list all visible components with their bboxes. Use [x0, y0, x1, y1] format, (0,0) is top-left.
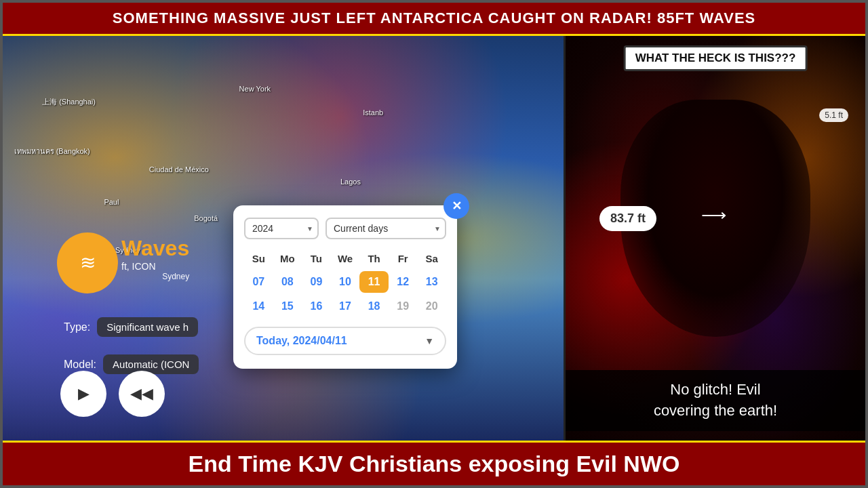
- top-banner: SOMETHING MASSIVE JUST LEFT ANTARCTICA C…: [3, 3, 865, 36]
- waves-subtitle: ft, ICON: [121, 261, 189, 272]
- cal-header-we: We: [331, 250, 360, 267]
- cal-day-10[interactable]: 10: [331, 271, 360, 293]
- bottom-banner-text: End Time KJV Christians exposing Evil NW…: [189, 451, 680, 476]
- bottom-controls: ▶ ◀◀: [60, 371, 165, 417]
- bottom-banner: End Time KJV Christians exposing Evil NW…: [3, 441, 865, 485]
- year-select[interactable]: 2024 2023 2022: [244, 218, 319, 239]
- waves-label-box: Waves ft, ICON Sydney: [121, 236, 189, 281]
- cal-header-sa: Sa: [417, 250, 446, 267]
- calendar-grid: Su Mo Tu We Th Fr Sa 07 08 09 10 1: [244, 250, 446, 317]
- calendar-popup: ✕ 2024 2023 2022 Current days: [233, 205, 457, 369]
- cal-day-11[interactable]: 11: [359, 271, 389, 293]
- days-select-wrapper: Current days Past days Future days: [326, 218, 446, 239]
- waves-button[interactable]: ≋: [57, 232, 118, 293]
- rewind-icon: ◀◀: [130, 385, 153, 403]
- waves-location: Sydney: [121, 272, 189, 281]
- no-glitch-box: No glitch! Evil covering the earth!: [566, 370, 865, 431]
- close-icon: ✕: [452, 199, 462, 214]
- cal-header-su: Su: [244, 250, 273, 267]
- dropdown-arrow-icon: ▼: [425, 336, 434, 346]
- cal-header-th: Th: [359, 250, 389, 267]
- calendar-header-row: Su Mo Tu We Th Fr Sa: [244, 250, 446, 267]
- what-heck-box: WHAT THE HECK IS THIS???: [624, 45, 808, 71]
- cal-day-16[interactable]: 16: [302, 296, 331, 317]
- cal-day-17[interactable]: 17: [331, 296, 360, 317]
- main-content: 上海 (Shanghai) เทพมหานคร (Bangkok) New Yo…: [3, 36, 865, 441]
- type-row: Type: Significant wave h: [64, 317, 198, 337]
- play-icon: ▶: [78, 385, 90, 403]
- cal-day-14[interactable]: 14: [244, 296, 273, 317]
- type-value: Significant wave h: [97, 317, 198, 337]
- measurement-text: 83.7 ft: [610, 211, 646, 226]
- cal-day-08[interactable]: 08: [273, 271, 302, 293]
- cal-day-15[interactable]: 15: [273, 296, 302, 317]
- cal-header-tu: Tu: [302, 250, 331, 267]
- small-measurement-label: 5.1 ft: [819, 108, 848, 122]
- cal-day-09[interactable]: 09: [302, 271, 331, 293]
- wave-arrow-icon: ⟶: [701, 205, 726, 226]
- cal-week-1: 07 08 09 10 11 12 13: [244, 271, 446, 293]
- what-heck-text: WHAT THE HECK IS THIS???: [635, 52, 796, 64]
- date-today-button[interactable]: Today, 2024/04/11 ▼: [244, 327, 446, 355]
- waves-icon: ≋: [80, 253, 96, 272]
- cal-day-13[interactable]: 13: [417, 271, 446, 293]
- cal-week-2: 14 15 16 17 18 19 20: [244, 296, 446, 317]
- cal-day-20: 20: [417, 296, 446, 317]
- today-label: Today, 2024/04/11: [256, 335, 347, 347]
- days-select[interactable]: Current days Past days Future days: [326, 218, 446, 239]
- no-glitch-text: No glitch! Evil covering the earth!: [575, 380, 856, 422]
- cal-header-fr: Fr: [389, 250, 418, 267]
- rewind-button[interactable]: ◀◀: [119, 371, 165, 417]
- type-label: Type:: [64, 321, 90, 333]
- cal-day-18[interactable]: 18: [359, 296, 389, 317]
- cal-header-mo: Mo: [273, 250, 302, 267]
- calendar-selects: 2024 2023 2022 Current days Past days Fu…: [244, 218, 446, 239]
- play-button[interactable]: ▶: [60, 371, 106, 417]
- cal-day-19: 19: [389, 296, 418, 317]
- app-wrapper: SOMETHING MASSIVE JUST LEFT ANTARCTICA C…: [0, 0, 868, 488]
- small-measurement-text: 5.1 ft: [825, 110, 843, 120]
- model-label: Model:: [64, 359, 96, 371]
- year-select-wrapper: 2024 2023 2022: [244, 218, 319, 239]
- cal-day-07[interactable]: 07: [244, 271, 273, 293]
- cal-day-12[interactable]: 12: [389, 271, 418, 293]
- map-left: 上海 (Shanghai) เทพมหานคร (Bangkok) New Yo…: [3, 36, 566, 441]
- top-banner-text: SOMETHING MASSIVE JUST LEFT ANTARCTICA C…: [113, 9, 755, 26]
- map-right: WHAT THE HECK IS THIS??? 5.1 ft 83.7 ft …: [566, 36, 865, 441]
- wave-measurement-box: 83.7 ft: [599, 206, 656, 231]
- calendar-close-button[interactable]: ✕: [443, 193, 469, 219]
- waves-title: Waves: [121, 236, 189, 261]
